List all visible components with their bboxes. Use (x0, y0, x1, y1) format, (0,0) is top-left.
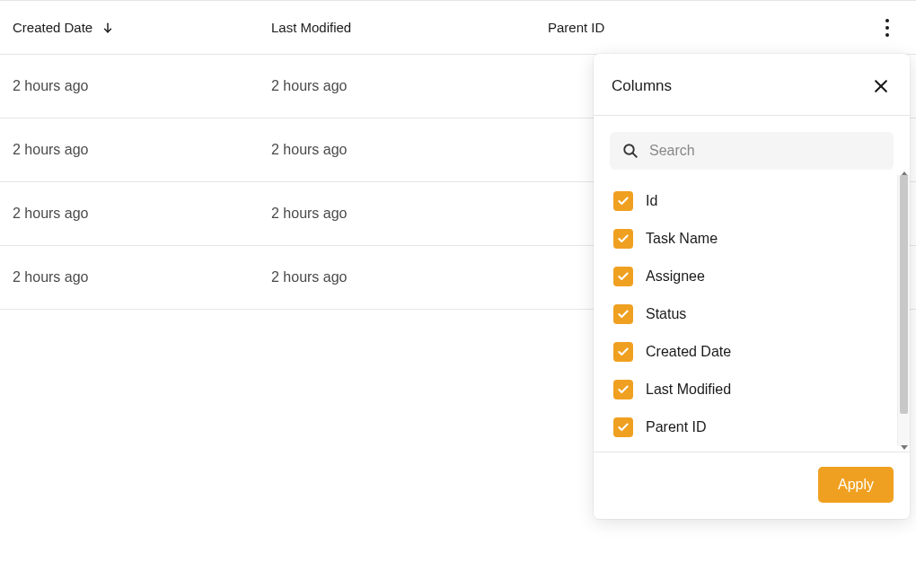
close-icon (872, 77, 890, 95)
apply-button[interactable]: Apply (818, 467, 894, 503)
checkbox-checked-icon (613, 417, 633, 437)
column-item-created-date[interactable]: Created Date (613, 342, 894, 362)
popover-footer: Apply (594, 452, 910, 519)
column-label: Created Date (646, 344, 731, 360)
popover-title: Columns (612, 77, 672, 95)
columns-list: Id Task Name Assignee Status (613, 191, 894, 437)
columns-list-wrapper: Id Task Name Assignee Status (594, 170, 910, 452)
cell-last-modified: 2 hours ago (259, 269, 535, 285)
svg-line-4 (633, 154, 637, 157)
checkbox-checked-icon (613, 267, 633, 286)
header-last-modified[interactable]: Last Modified (259, 20, 535, 35)
column-item-task-name[interactable]: Task Name (613, 229, 894, 249)
cell-created-date: 2 hours ago (0, 206, 259, 222)
cell-created-date: 2 hours ago (0, 269, 259, 285)
column-item-last-modified[interactable]: Last Modified (613, 380, 894, 399)
search-container (594, 116, 910, 170)
kebab-dot-icon (885, 19, 889, 22)
checkbox-checked-icon (613, 304, 633, 324)
header-label-created-date: Created Date (13, 20, 92, 35)
kebab-dot-icon (885, 33, 889, 37)
popover-header: Columns (594, 54, 910, 116)
column-label: Last Modified (646, 382, 731, 398)
column-label: Task Name (646, 231, 718, 247)
column-item-status[interactable]: Status (613, 304, 894, 324)
columns-popover: Columns Id (594, 54, 910, 519)
cell-created-date: 2 hours ago (0, 78, 259, 94)
checkbox-checked-icon (613, 191, 633, 211)
sort-descending-icon (101, 22, 114, 34)
cell-created-date: 2 hours ago (0, 142, 259, 158)
column-label: Assignee (646, 268, 705, 285)
column-label: Parent ID (646, 419, 707, 435)
column-item-parent-id[interactable]: Parent ID (613, 417, 894, 437)
header-parent-id[interactable]: Parent ID (535, 20, 823, 35)
table-header-row: Created Date Last Modified Parent ID (0, 1, 916, 55)
cell-last-modified: 2 hours ago (259, 78, 535, 94)
header-label-last-modified: Last Modified (271, 20, 351, 35)
header-created-date[interactable]: Created Date (0, 20, 259, 35)
column-item-id[interactable]: Id (613, 191, 894, 211)
kebab-dot-icon (885, 26, 889, 30)
scrollbar-thumb[interactable] (900, 175, 908, 414)
column-item-assignee[interactable]: Assignee (613, 267, 894, 286)
search-input[interactable] (649, 143, 881, 159)
scroll-down-arrow-icon (901, 445, 908, 450)
checkbox-checked-icon (613, 229, 633, 249)
checkbox-checked-icon (613, 380, 633, 399)
column-label: Id (646, 193, 657, 209)
cell-last-modified: 2 hours ago (259, 142, 535, 158)
cell-last-modified: 2 hours ago (259, 206, 535, 222)
close-button[interactable] (870, 75, 892, 97)
search-icon (622, 143, 639, 159)
column-label: Status (646, 306, 686, 322)
search-box[interactable] (610, 132, 894, 170)
checkbox-checked-icon (613, 342, 633, 362)
columns-menu-button[interactable] (880, 13, 894, 42)
header-label-parent-id: Parent ID (548, 20, 604, 35)
scrollbar-track[interactable] (897, 175, 910, 446)
